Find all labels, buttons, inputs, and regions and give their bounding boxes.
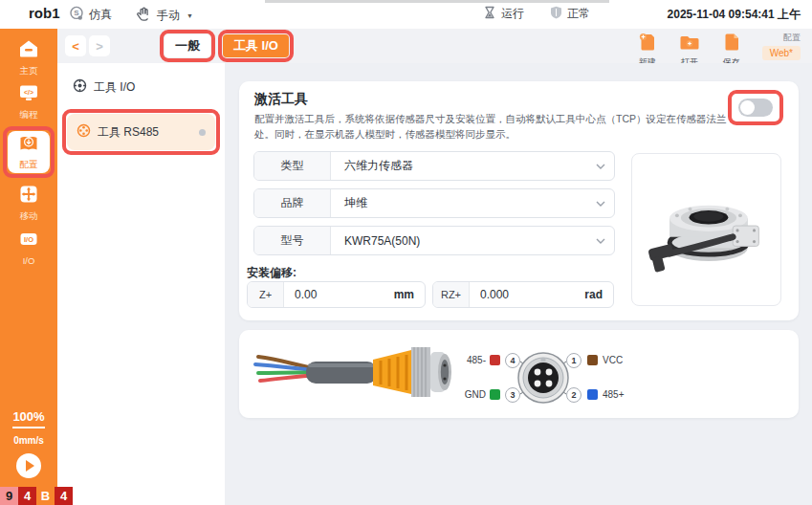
z-offset-field[interactable]: Z+ 0.00 mm: [247, 281, 426, 308]
home-icon: [18, 38, 39, 63]
type-value: 六维力传感器: [331, 152, 587, 180]
sidebar-item-programming[interactable]: </> 编程: [4, 82, 54, 121]
simulation-icon: S: [69, 6, 84, 24]
run-status: 运行: [483, 6, 524, 22]
top-progress-bar: [265, 0, 609, 3]
hint-badge: B: [36, 487, 55, 505]
speed-block: 100% 0mm/s: [0, 407, 57, 446]
model-label: 型号: [254, 227, 331, 254]
tool-io-target-icon: [73, 78, 87, 96]
section-description: 配置并激活工具后，系统将依据传感器尺寸及安装位置，自动将默认工具中心点（TCP）…: [254, 111, 727, 143]
move-arrows-icon: [18, 184, 39, 209]
offset-section-label: 安装偏移:: [247, 265, 296, 281]
type-select[interactable]: 类型 六维力传感器: [253, 151, 615, 181]
cable-image: [251, 336, 456, 414]
chevron-down-icon: [587, 152, 614, 180]
tab-general[interactable]: 一般: [165, 34, 210, 57]
svg-text:</>: </>: [24, 88, 33, 95]
open-folder-icon: [679, 32, 700, 55]
web-mode-chip[interactable]: Web*: [762, 46, 801, 60]
pin-color-gnd: [490, 389, 500, 400]
chevron-down-icon: [587, 189, 614, 217]
z-offset-unit: mm: [394, 282, 425, 307]
main-sidebar: 主页 </> 编程 配置 移动 I/O: [0, 29, 57, 505]
brand-label: 品牌: [254, 189, 331, 217]
health-status: 正常: [550, 6, 590, 22]
activate-tool-toggle[interactable]: [738, 99, 773, 117]
sidebar-item-home[interactable]: 主页: [4, 38, 54, 77]
main-content: 激活工具 配置并激活工具后，系统将依据传感器尺寸及安装位置，自动将默认工具中心点…: [225, 63, 812, 505]
svg-text:I/O: I/O: [24, 234, 33, 243]
z-offset-input[interactable]: 0.00: [284, 282, 394, 307]
status-dot: [199, 129, 206, 136]
rs485-connector-icon: [77, 123, 91, 141]
svg-text:S: S: [74, 9, 79, 17]
forward-button[interactable]: >: [89, 35, 110, 56]
sidebar-item-label: 配置: [20, 159, 38, 171]
nav-item-tool-io[interactable]: 工具 I/O: [73, 78, 135, 96]
speed-value: 0mm/s: [0, 435, 57, 446]
hint-badge: 4: [18, 487, 36, 505]
sidebar-item-move[interactable]: 移动: [4, 184, 54, 222]
rz-offset-label: RZ+: [433, 282, 470, 307]
model-select[interactable]: 型号 KWR75A(50N): [253, 226, 615, 255]
brand-select[interactable]: 品牌 坤维: [253, 188, 615, 218]
pin-number-4: 4: [505, 353, 520, 368]
pin-number-1: 1: [566, 353, 582, 368]
web-config-label: 配置: [783, 32, 801, 44]
io-icon: I/O: [18, 229, 39, 253]
rs485-highlight-box: 工具 RS485: [62, 109, 220, 155]
speed-percentage[interactable]: 100%: [12, 409, 44, 428]
code-icon: </>: [18, 82, 39, 107]
sidebar-item-io[interactable]: I/O I/O: [4, 228, 54, 266]
pin-name-485-plus: 485+: [603, 387, 625, 403]
pin-color-vcc: [587, 355, 598, 365]
simulation-mode-indicator[interactable]: S 仿真: [69, 6, 112, 24]
toggle-highlight-box: [728, 90, 783, 125]
rz-offset-unit: rad: [584, 282, 613, 307]
hint-badge: 9: [0, 487, 18, 505]
hint-badge: 4: [55, 487, 73, 505]
tool-io-tab-highlight-box: 工具 I/O: [218, 30, 294, 62]
z-offset-label: Z+: [248, 282, 284, 307]
sidebar-item-config[interactable]: 配置: [8, 131, 50, 173]
tab-tool-io[interactable]: 工具 I/O: [223, 34, 289, 57]
pinout-diagram: 485- 4 1 VCC GND 3 2 485+: [461, 340, 638, 408]
back-button[interactable]: <: [65, 35, 86, 56]
save-file-icon: [721, 32, 742, 55]
tool-nav-panel: 工具 I/O 工具 RS485: [57, 63, 225, 505]
robot-name: rob1: [29, 5, 60, 21]
section-title: 激活工具: [254, 91, 308, 108]
hourglass-icon: [483, 6, 496, 22]
sidebar-item-label: 主页: [20, 65, 38, 77]
chevron-down-icon: [587, 227, 614, 254]
hint-badges: 9 4 B 4: [0, 487, 73, 505]
chevron-down-icon: ▼: [187, 12, 193, 19]
manual-mode-dropdown[interactable]: 手动 ▼: [136, 6, 193, 25]
pin-name-vcc: VCC: [603, 353, 623, 368]
health-status-label: 正常: [567, 6, 590, 22]
play-icon: [26, 460, 34, 472]
activate-tool-card: 激活工具 配置并激活工具后，系统将依据传感器尺寸及安装位置，自动将默认工具中心点…: [239, 81, 799, 320]
rz-offset-input[interactable]: 0.000: [470, 282, 584, 307]
play-button[interactable]: [16, 453, 41, 478]
simulation-label: 仿真: [89, 7, 112, 23]
nav-item-tool-rs485[interactable]: 工具 RS485: [67, 114, 215, 150]
pin-name-gnd: GND: [461, 387, 486, 403]
web-config-switch: 配置 Web*: [762, 32, 801, 60]
clock-timestamp: 2025-11-04 09:54:41 上午: [668, 7, 801, 23]
general-tab-highlight-box: 一般: [160, 30, 215, 62]
shield-icon: [550, 6, 562, 22]
sensor-form: 类型 六维力传感器 品牌 坤维 型号 KWR75A(50N): [253, 151, 615, 255]
pin-color-485-plus: [587, 389, 598, 400]
pin-color-485-minus: [490, 355, 500, 365]
hand-icon: [136, 6, 152, 25]
pin-name-485-minus: 485-: [461, 353, 486, 368]
sidebar-item-label: I/O: [23, 255, 35, 266]
manual-mode-label: 手动: [157, 8, 180, 24]
run-status-label: 运行: [501, 6, 524, 22]
config-highlight-box: 配置: [3, 126, 55, 178]
pin-number-2: 2: [566, 387, 582, 403]
toggle-knob: [740, 100, 755, 115]
rz-offset-field[interactable]: RZ+ 0.000 rad: [432, 281, 614, 308]
